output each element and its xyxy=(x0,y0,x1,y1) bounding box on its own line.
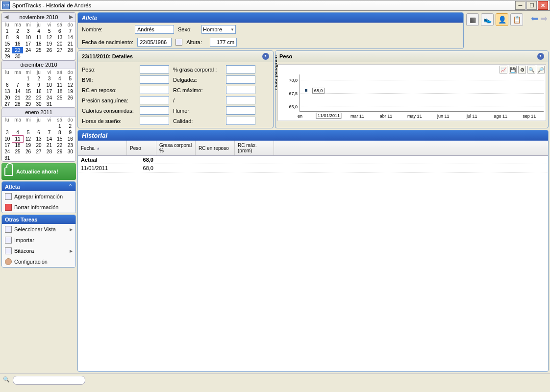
cal-day[interactable]: 14 xyxy=(12,88,23,95)
cal-day[interactable]: 26 xyxy=(23,148,33,155)
cal-day[interactable]: 30 xyxy=(65,148,75,155)
cal-day[interactable]: 28 xyxy=(65,47,75,53)
cal-day[interactable]: 7 xyxy=(65,28,75,34)
cal-day[interactable]: 12 xyxy=(65,82,75,88)
update-button[interactable]: Actualice ahora! xyxy=(1,163,76,180)
cal-day[interactable]: 28 xyxy=(44,148,54,155)
cal-day[interactable]: 10 xyxy=(2,136,12,142)
cal-day[interactable]: 18 xyxy=(33,41,44,47)
month-label[interactable]: diciembre 2010 xyxy=(4,62,74,68)
cal-day[interactable]: 21 xyxy=(65,41,75,47)
peso-chart[interactable]: 📈 💾 ⚙ 🔍 🔎 Peso (kilogram 70,067,565,0 68… xyxy=(277,64,546,121)
maximize-button[interactable]: ☐ xyxy=(526,1,537,10)
cal-day[interactable]: 8 xyxy=(2,34,12,41)
cal-day[interactable]: 22 xyxy=(2,47,12,53)
detail-input[interactable] xyxy=(226,96,255,104)
cal-day[interactable]: 4 xyxy=(33,28,44,34)
cal-day[interactable]: 25 xyxy=(54,95,65,101)
zoom-in-icon[interactable]: 🔍 xyxy=(527,66,535,74)
cal-day[interactable]: 13 xyxy=(54,34,65,41)
cal-day[interactable]: 11 xyxy=(54,82,65,88)
cal-day[interactable]: 11 xyxy=(33,34,44,41)
cal-day[interactable]: 1 xyxy=(54,123,65,129)
next-month[interactable]: ▶ xyxy=(69,14,74,20)
detail-input[interactable] xyxy=(140,86,169,94)
shoe-button[interactable]: 👟 xyxy=(481,13,494,26)
cal-day[interactable]: 5 xyxy=(44,28,54,34)
peso-collapse[interactable] xyxy=(537,53,544,60)
cal-day[interactable]: 28 xyxy=(12,101,23,107)
cal-day[interactable]: 20 xyxy=(54,41,65,47)
cal-day[interactable]: 15 xyxy=(23,88,33,95)
cal-day[interactable]: 26 xyxy=(44,47,54,53)
cal-day[interactable]: 27 xyxy=(2,101,12,107)
detail-input[interactable] xyxy=(140,75,169,84)
close-button[interactable]: ✕ xyxy=(538,1,548,10)
cal-day[interactable]: 2 xyxy=(65,123,75,129)
nombre-input[interactable]: Andrés xyxy=(135,25,174,34)
cal-day[interactable]: 25 xyxy=(33,47,44,53)
detail-input[interactable] xyxy=(226,86,255,94)
details-collapse[interactable] xyxy=(262,53,269,60)
hist-column-header[interactable]: Fecha▲ xyxy=(78,141,127,155)
minimize-button[interactable]: ─ xyxy=(515,1,525,10)
hist-column-header[interactable]: Peso xyxy=(127,141,156,155)
cal-day[interactable]: 1 xyxy=(2,28,12,34)
search-input[interactable] xyxy=(13,376,85,385)
calendar-icon[interactable] xyxy=(175,39,182,46)
cal-day[interactable]: 5 xyxy=(23,129,33,136)
cal-day[interactable]: 22 xyxy=(23,95,33,101)
cal-day[interactable]: 6 xyxy=(33,129,44,136)
atleta-panel-header[interactable]: Atleta ⌃ xyxy=(2,182,75,191)
cal-day[interactable]: 3 xyxy=(23,28,33,34)
sidebar-item[interactable]: Seleccionar Vista ▶ xyxy=(2,224,75,235)
cal-day[interactable]: 20 xyxy=(33,142,44,148)
forward-button[interactable]: ➡ xyxy=(540,13,548,48)
cal-day[interactable]: 19 xyxy=(44,41,54,47)
table-row[interactable]: 11/01/201168,0 xyxy=(78,164,548,172)
cal-day[interactable]: 9 xyxy=(12,34,23,41)
cal-day[interactable]: 17 xyxy=(44,88,54,95)
cal-day[interactable]: 12 xyxy=(23,136,33,142)
cal-day[interactable]: 2 xyxy=(33,75,44,82)
zoom-out-icon[interactable]: 🔎 xyxy=(537,66,545,74)
cal-day[interactable]: 20 xyxy=(2,95,12,101)
grid-view-button[interactable]: ▦ xyxy=(466,13,479,26)
cal-day[interactable]: 3 xyxy=(2,129,12,136)
hist-column-header[interactable]: Grasa corporal % xyxy=(156,141,196,155)
cal-day[interactable]: 16 xyxy=(65,136,75,142)
cal-day[interactable]: 13 xyxy=(33,136,44,142)
cal-day[interactable]: 27 xyxy=(54,47,65,53)
fecha-input[interactable]: 22/05/1986 xyxy=(137,38,172,47)
cal-day[interactable]: 23 xyxy=(65,142,75,148)
search-icon[interactable]: 🔍 xyxy=(3,376,11,384)
cal-day[interactable]: 6 xyxy=(2,82,12,88)
cal-day[interactable]: 10 xyxy=(23,34,33,41)
cal-day[interactable]: 13 xyxy=(2,88,12,95)
detail-input[interactable] xyxy=(140,106,169,115)
cal-day[interactable]: 24 xyxy=(2,148,12,155)
detail-input[interactable] xyxy=(140,117,169,125)
cal-day[interactable]: 3 xyxy=(44,75,54,82)
cal-day[interactable]: 24 xyxy=(23,47,33,53)
cal-day[interactable]: 19 xyxy=(65,88,75,95)
altura-input[interactable]: 177 cm xyxy=(210,38,237,47)
cal-day[interactable]: 21 xyxy=(44,142,54,148)
cal-day[interactable]: 5 xyxy=(65,75,75,82)
cal-day[interactable]: 15 xyxy=(2,41,12,47)
sidebar-item[interactable]: Borrar información xyxy=(2,202,75,213)
otras-panel-header[interactable]: Otras Tareas xyxy=(2,215,75,224)
cal-day[interactable]: 12 xyxy=(44,34,54,41)
cal-day[interactable]: 7 xyxy=(12,82,23,88)
detail-input[interactable] xyxy=(226,106,255,115)
cal-day[interactable]: 29 xyxy=(23,101,33,107)
cal-day[interactable]: 7 xyxy=(44,129,54,136)
back-button[interactable]: ⬅ xyxy=(531,13,538,48)
cal-day[interactable]: 31 xyxy=(44,101,54,107)
detail-input[interactable] xyxy=(226,117,255,125)
cal-day[interactable]: 17 xyxy=(2,142,12,148)
cal-day[interactable]: 15 xyxy=(54,136,65,142)
cal-day[interactable]: 2 xyxy=(12,28,23,34)
hist-column-header[interactable]: RC máx. (prom) xyxy=(235,141,274,155)
save-icon[interactable]: 💾 xyxy=(509,66,517,74)
